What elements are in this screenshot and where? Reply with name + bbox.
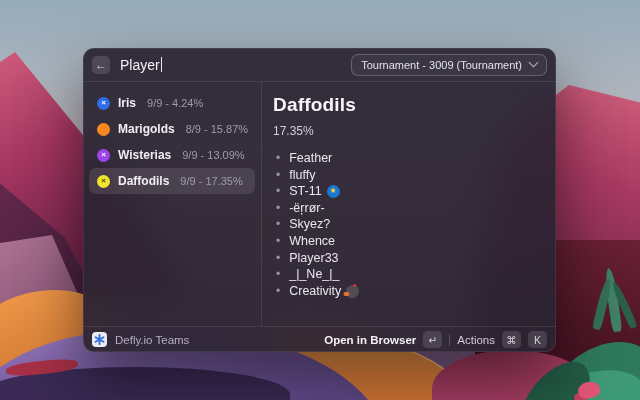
text-caret <box>161 57 163 72</box>
team-meta: 9/9 - 13.09% <box>182 149 244 161</box>
command-key-icon: ⌘ <box>502 331 521 348</box>
member-list: Feather fluffy ST-11 -ëŗrør- <box>273 150 542 299</box>
team-name: Marigolds <box>118 122 175 136</box>
actions-button[interactable]: Actions ⌘ K <box>457 331 547 348</box>
member-item: _|_Ne_|_ <box>273 266 542 283</box>
member-name: fluffy <box>289 167 315 184</box>
member-item: Whence <box>273 233 542 250</box>
back-arrow-icon: ← <box>95 59 107 71</box>
member-item: fluffy <box>273 167 542 184</box>
member-item: Creativity <box>273 283 542 300</box>
member-item: Skyez? <box>273 216 542 233</box>
member-emoji-icon <box>327 185 340 198</box>
actions-label: Actions <box>457 334 495 346</box>
team-name: Iris <box>118 96 136 110</box>
member-name: Whence <box>289 233 335 250</box>
member-name: Creativity <box>289 283 341 300</box>
detail-panel: Daffodils 17.35% Feather fluffy ST-1 <box>262 82 556 326</box>
team-color-icon: × <box>97 97 110 110</box>
member-name: Skyez? <box>289 216 330 233</box>
team-row[interactable]: × Iris 9/9 - 4.24% <box>89 90 255 116</box>
team-list: × Iris 9/9 - 4.24% Marigolds 8/9 - 15.87… <box>83 82 261 326</box>
member-name: Feather <box>289 150 332 167</box>
search-input[interactable]: Player <box>120 57 162 73</box>
team-row[interactable]: × Wisterias 9/9 - 13.09% <box>89 142 255 168</box>
dropdown-label: Tournament - 3009 (Tournament) <box>361 59 522 71</box>
divider <box>449 334 450 346</box>
app-name: Defly.io Teams <box>115 334 189 346</box>
member-item: ST-11 <box>273 183 542 200</box>
team-row[interactable]: × Daffodils 9/9 - 17.35% <box>89 168 255 194</box>
team-meta: 8/9 - 15.87% <box>186 123 248 135</box>
member-item: Player33 <box>273 250 542 267</box>
footer-actions: Open in Browser ↵ Actions ⌘ K <box>324 331 547 348</box>
team-name: Wisterias <box>118 148 171 162</box>
team-color-icon: × <box>97 175 110 188</box>
team-meta: 9/9 - 17.35% <box>180 175 242 187</box>
member-name: _|_Ne_|_ <box>289 266 339 283</box>
team-color-icon: × <box>97 149 110 162</box>
footer: Defly.io Teams Open in Browser ↵ Actions… <box>83 327 556 352</box>
member-item: -ëŗrør- <box>273 200 542 217</box>
member-emoji-icon <box>345 283 361 299</box>
member-name: Player33 <box>289 250 338 267</box>
launcher-window: ← Player Tournament - 3009 (Tournament) … <box>83 48 556 352</box>
detail-title: Daffodils <box>273 94 542 116</box>
team-meta: 9/9 - 4.24% <box>147 97 203 109</box>
open-in-browser-button[interactable]: Open in Browser ↵ <box>324 331 442 348</box>
open-in-browser-label: Open in Browser <box>324 334 416 346</box>
chevron-down-icon <box>529 58 539 68</box>
defly-logo-icon <box>92 332 107 347</box>
team-name: Daffodils <box>118 174 169 188</box>
member-item: Feather <box>273 150 542 167</box>
member-name: ST-11 <box>289 183 321 200</box>
team-row[interactable]: Marigolds 8/9 - 15.87% <box>89 116 255 142</box>
tournament-dropdown[interactable]: Tournament - 3009 (Tournament) <box>351 54 547 76</box>
return-key-icon: ↵ <box>423 331 442 348</box>
back-button[interactable]: ← <box>92 56 110 74</box>
win-rate: 17.35% <box>273 124 542 138</box>
search-value: Player <box>120 57 160 73</box>
window-body: × Iris 9/9 - 4.24% Marigolds 8/9 - 15.87… <box>83 82 556 326</box>
header: ← Player Tournament - 3009 (Tournament) <box>83 48 556 81</box>
team-color-icon <box>97 123 110 136</box>
member-name: -ëŗrør- <box>289 200 324 217</box>
k-key-icon: K <box>528 331 547 348</box>
